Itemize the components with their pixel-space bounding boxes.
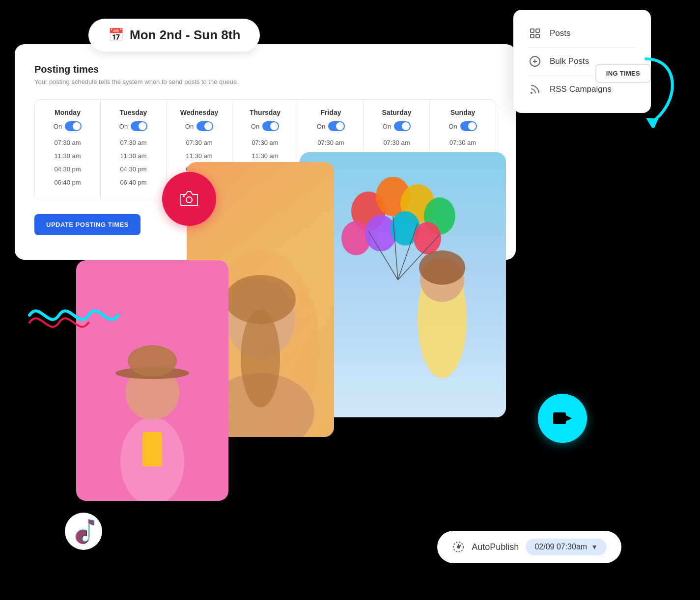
svg-rect-0 xyxy=(531,29,534,32)
update-ing-times-label: ING TIMES xyxy=(606,70,640,77)
svg-point-21 xyxy=(241,309,280,408)
friday-label: Friday xyxy=(305,109,357,116)
calendar-icon: 📅 xyxy=(108,27,124,43)
tuesday-label: Tuesday xyxy=(108,109,159,116)
svg-rect-2 xyxy=(531,34,534,38)
svg-point-36 xyxy=(419,250,465,285)
thursday-toggle[interactable] xyxy=(262,121,279,131)
tuesday-toggle-label: On xyxy=(119,123,128,130)
tiktok-logo xyxy=(64,512,103,551)
sunday-label: Sunday xyxy=(437,109,489,116)
friday-toggle[interactable] xyxy=(328,121,345,131)
svg-point-7 xyxy=(531,92,532,93)
autopublish-label: AutoPublish xyxy=(472,542,519,552)
svg-rect-1 xyxy=(536,29,539,32)
autopublish-date-button[interactable]: 02/09 07:30am ▼ xyxy=(526,539,607,555)
svg-rect-3 xyxy=(536,34,539,38)
monday-time-2: 11:30 am xyxy=(42,151,93,161)
date-pill: 📅 Mon 2nd - Sun 8th xyxy=(88,19,260,52)
menu-item-posts[interactable]: Posts xyxy=(528,20,636,48)
sunday-toggle-row: On xyxy=(437,121,489,131)
posting-times-title: Posting times xyxy=(34,64,496,75)
svg-marker-8 xyxy=(646,118,658,128)
thursday-time-1: 07:30 am xyxy=(239,138,291,147)
update-posting-times-button[interactable]: UPDATE POSTING TIMES xyxy=(34,214,140,235)
monday-toggle[interactable] xyxy=(65,121,82,131)
wednesday-toggle-label: On xyxy=(185,123,194,130)
dropdown-menu: Posts Bulk Posts RSS Campaigns xyxy=(513,10,651,113)
wednesday-toggle[interactable] xyxy=(196,121,213,131)
bulk-posts-label: Bulk Posts xyxy=(550,56,589,66)
tuesday-toggle[interactable] xyxy=(131,121,147,131)
camera-icon xyxy=(177,187,201,211)
thursday-label: Thursday xyxy=(239,109,291,116)
wednesday-time-2: 11:30 am xyxy=(173,151,225,161)
autopublish-bar: AutoPublish 02/09 07:30am ▼ xyxy=(437,531,621,563)
thursday-toggle-row: On xyxy=(239,121,291,131)
monday-time-3: 04:30 pm xyxy=(42,164,93,174)
chevron-down-icon: ▼ xyxy=(591,543,598,551)
sunday-toggle[interactable] xyxy=(460,121,477,131)
posts-icon xyxy=(528,27,542,40)
tuesday-column: Tuesday On 07:30 am 11:30 am 04:30 pm 06… xyxy=(101,100,167,200)
autopublish-icon xyxy=(452,541,465,553)
rss-icon xyxy=(528,82,542,96)
monday-label: Monday xyxy=(42,109,93,116)
saturday-label: Saturday xyxy=(371,109,422,116)
svg-rect-37 xyxy=(553,412,566,424)
posts-label: Posts xyxy=(550,28,571,38)
monday-toggle-row: On xyxy=(42,121,93,131)
tuesday-toggle-row: On xyxy=(108,121,159,131)
svg-point-43 xyxy=(457,546,459,548)
thursday-time-2: 11:30 am xyxy=(239,151,291,161)
saturday-toggle-label: On xyxy=(383,123,391,130)
wavy-line-decoration xyxy=(25,291,123,340)
video-icon xyxy=(552,408,573,429)
tuesday-time-3: 04:30 pm xyxy=(108,164,159,174)
monday-toggle-label: On xyxy=(54,123,62,130)
monday-column: Monday On 07:30 am 11:30 am 04:30 pm 06:… xyxy=(35,100,101,200)
friday-time-1: 07:30 am xyxy=(305,138,357,147)
cyan-arrow-decoration xyxy=(641,54,680,128)
saturday-time-1: 07:30 am xyxy=(371,138,422,147)
autopublish-date-value: 02/09 07:30am xyxy=(534,543,587,551)
posting-times-subtitle: Your posting schedule tells the system w… xyxy=(34,78,496,85)
svg-point-10 xyxy=(187,197,192,202)
saturday-toggle[interactable] xyxy=(394,121,411,131)
svg-rect-11 xyxy=(183,195,185,197)
monday-time-4: 06:40 pm xyxy=(42,178,93,187)
friday-toggle-row: On xyxy=(305,121,357,131)
rss-label: RSS Campaigns xyxy=(550,84,612,94)
monday-time-1: 07:30 am xyxy=(42,138,93,147)
svg-point-15 xyxy=(128,345,177,377)
bulk-posts-icon xyxy=(528,55,542,68)
video-circle xyxy=(538,394,587,443)
date-range-text: Mon 2nd - Sun 8th xyxy=(130,27,240,43)
svg-rect-16 xyxy=(142,432,162,466)
svg-marker-38 xyxy=(566,415,572,421)
camera-circle xyxy=(162,172,216,226)
thursday-toggle-label: On xyxy=(251,123,259,130)
friday-toggle-label: On xyxy=(317,123,325,130)
wednesday-time-1: 07:30 am xyxy=(173,138,225,147)
tuesday-time-1: 07:30 am xyxy=(108,138,159,147)
saturday-toggle-row: On xyxy=(371,121,422,131)
tuesday-time-2: 11:30 am xyxy=(108,151,159,161)
sunday-time-1: 07:30 am xyxy=(437,138,489,147)
sunday-toggle-label: On xyxy=(448,123,457,130)
wednesday-toggle-row: On xyxy=(173,121,225,131)
wednesday-label: Wednesday xyxy=(173,109,225,116)
tuesday-time-4: 06:40 pm xyxy=(108,178,159,187)
